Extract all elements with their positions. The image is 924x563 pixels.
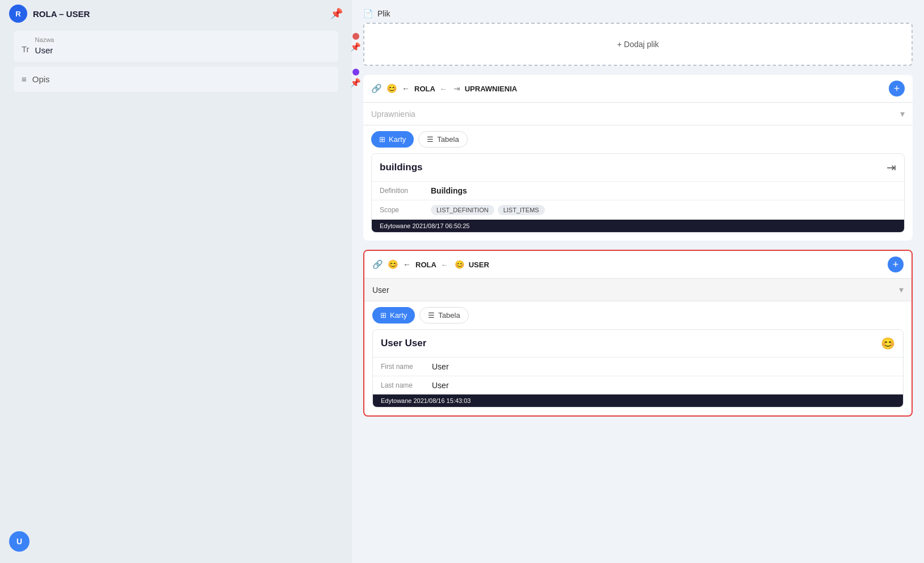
uprawnienia-dropdown-label: Uprawnienia bbox=[371, 110, 415, 119]
user-section: 🔗 😊 ← ROLA ← 😊 USER + User ▾ ⊞ Karty ☰ T… bbox=[363, 250, 913, 417]
buildings-title: buildings bbox=[380, 162, 423, 173]
table-icon-1: ☰ bbox=[427, 135, 434, 144]
def-label: Definition bbox=[380, 187, 431, 195]
chevron-down-icon: ▾ bbox=[900, 108, 905, 119]
buildings-scope-row: Scope LIST_DEFINITION LIST_ITEMS bbox=[372, 200, 904, 220]
menu-icon: ≡ bbox=[22, 74, 27, 84]
last-name-label-text: Last name bbox=[381, 381, 413, 389]
user-dropdown[interactable]: User ▾ bbox=[364, 279, 912, 301]
tab-tabela-1[interactable]: ☰ Tabela bbox=[418, 131, 467, 148]
first-name-value: User bbox=[432, 362, 449, 371]
arrow-left-2: ← bbox=[403, 260, 411, 269]
bottom-avatar: U bbox=[9, 531, 30, 552]
last-name-value: User bbox=[432, 381, 449, 390]
arrow-separator: ← bbox=[439, 85, 449, 93]
table-icon-2: ☰ bbox=[428, 311, 435, 320]
user-label: USER bbox=[469, 261, 489, 269]
nazwa-value: User bbox=[35, 45, 330, 55]
uprawnienia-dropdown[interactable]: Uprawnienia ▾ bbox=[363, 103, 913, 125]
tab-karty-1[interactable]: ⊞ Karty bbox=[371, 131, 414, 148]
uprawnienia-tabs: ⊞ Karty ☰ Tabela bbox=[363, 125, 913, 153]
user-breadcrumb: ROLA ← 😊 USER bbox=[415, 260, 883, 269]
left-panel: R ROLA – USER 📌 Tr Nazwa User 📌 ≡ Opis 📌 bbox=[0, 0, 352, 563]
tabela-label-2: Tabela bbox=[438, 311, 460, 320]
rola-label-2: ROLA bbox=[415, 261, 436, 269]
face-icon-2: 😊 bbox=[388, 259, 398, 270]
status-dot-purple bbox=[352, 69, 359, 75]
uprawnienia-breadcrumb: ROLA ← ⇥ UPRAWNIENIA bbox=[414, 84, 884, 93]
scope-label: Scope bbox=[380, 206, 431, 214]
arrow-left-1: ← bbox=[402, 84, 410, 93]
page-title: ROLA – USER bbox=[33, 9, 330, 19]
tab-karty-2[interactable]: ⊞ Karty bbox=[372, 307, 415, 323]
buildings-footer: Edytowane 2021/08/17 06:50:25 bbox=[372, 220, 904, 232]
link-icon-2: 🔗 bbox=[372, 259, 383, 270]
buildings-def-row: Definition Buildings bbox=[372, 181, 904, 200]
file-section: 📄 Plik + Dodaj plik bbox=[363, 9, 913, 66]
karty-label-1: Karty bbox=[389, 135, 406, 144]
file-drop-zone[interactable]: + Dodaj plik bbox=[363, 23, 913, 66]
text-format-icon: Tr bbox=[22, 36, 30, 54]
arrow-separator-2: ← bbox=[440, 261, 450, 269]
tab-tabela-2[interactable]: ☰ Tabela bbox=[419, 307, 468, 323]
file-header: 📄 Plik bbox=[363, 9, 913, 18]
user-header: 🔗 😊 ← ROLA ← 😊 USER + bbox=[364, 251, 912, 279]
add-file-label: + Dodaj plik bbox=[617, 40, 659, 49]
user-card-title: User User bbox=[381, 338, 426, 349]
file-doc-icon: 📄 bbox=[363, 9, 373, 18]
scope-badges: LIST_DEFINITION LIST_ITEMS bbox=[431, 205, 545, 215]
status-dot-red bbox=[352, 33, 359, 40]
user-icon: 😊 bbox=[455, 260, 464, 269]
pin-icon[interactable]: 📌 bbox=[330, 7, 343, 20]
right-panel: 📄 Plik + Dodaj plik 🔗 😊 ← ROLA ← ⇥ UPRAW… bbox=[352, 0, 924, 563]
add-uprawnienia-button[interactable]: + bbox=[889, 81, 905, 96]
rola-label: ROLA bbox=[414, 85, 435, 93]
file-header-label: Plik bbox=[377, 9, 390, 18]
nazwa-content: Nazwa User bbox=[35, 36, 330, 55]
nazwa-label: Nazwa bbox=[35, 36, 330, 43]
buildings-card: buildings ⇥ Definition Buildings Scope L… bbox=[371, 153, 905, 233]
add-user-button[interactable]: + bbox=[888, 257, 904, 272]
scope-badge-2: LIST_ITEMS bbox=[498, 205, 545, 215]
user-footer: Edytowane 2021/08/16 15:43:03 bbox=[373, 394, 903, 407]
first-name-label: First name bbox=[381, 363, 432, 371]
opis-section: ≡ Opis bbox=[14, 66, 338, 92]
tabela-label-1: Tabela bbox=[437, 135, 459, 144]
link-icon: 🔗 bbox=[371, 83, 382, 94]
login-arrow-icon[interactable]: ⇥ bbox=[887, 161, 896, 174]
karty-label-2: Karty bbox=[390, 311, 407, 320]
def-value: Buildings bbox=[431, 186, 467, 195]
pin-icon-2[interactable]: 📌 bbox=[350, 42, 361, 52]
avatar: R bbox=[9, 5, 27, 23]
chevron-down-icon-2: ▾ bbox=[899, 284, 904, 295]
first-name-row: First name User bbox=[373, 357, 903, 376]
face-icon: 😊 bbox=[387, 83, 397, 94]
first-name-label-text: First name bbox=[381, 363, 413, 371]
scope-badge-1: LIST_DEFINITION bbox=[431, 205, 494, 215]
nazwa-section: Tr Nazwa User bbox=[14, 31, 338, 62]
uprawnienia-header: 🔗 😊 ← ROLA ← ⇥ UPRAWNIENIA + bbox=[363, 75, 913, 103]
left-header: R ROLA – USER 📌 bbox=[0, 0, 352, 27]
grid-icon-1: ⊞ bbox=[379, 135, 385, 144]
user-dropdown-value: User bbox=[372, 285, 389, 295]
uprawnienia-icon: ⇥ bbox=[453, 84, 460, 93]
uprawnienia-section: 🔗 😊 ← ROLA ← ⇥ UPRAWNIENIA + Uprawnienia… bbox=[363, 75, 913, 241]
pin-icon-3[interactable]: 📌 bbox=[350, 78, 361, 88]
grid-icon-2: ⊞ bbox=[380, 311, 387, 320]
last-name-label: Last name bbox=[381, 381, 432, 389]
user-card: User User 😊 First name User Last name Us… bbox=[372, 329, 904, 407]
uprawnienia-label: UPRAWNIENIA bbox=[465, 85, 517, 93]
user-card-header: User User 😊 bbox=[373, 330, 903, 357]
user-face-icon[interactable]: 😊 bbox=[881, 337, 895, 350]
opis-label: Opis bbox=[32, 74, 50, 84]
user-tabs: ⊞ Karty ☰ Tabela bbox=[364, 301, 912, 329]
last-name-row: Last name User bbox=[373, 376, 903, 394]
buildings-card-header: buildings ⇥ bbox=[372, 154, 904, 181]
